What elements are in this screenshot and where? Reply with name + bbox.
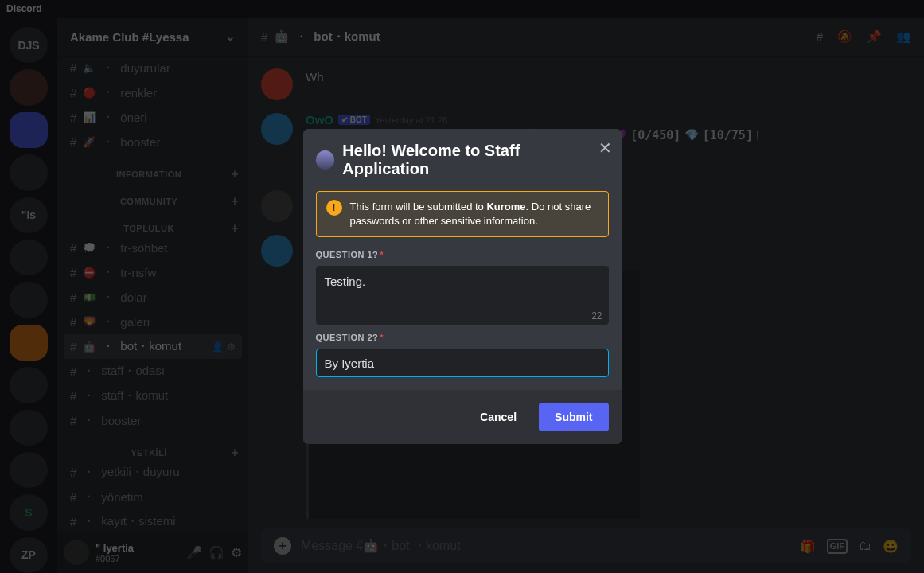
question-1-label: QUESTION 1?* xyxy=(316,250,609,259)
cancel-button[interactable]: Cancel xyxy=(464,403,532,431)
modal-avatar xyxy=(316,150,335,170)
warning-icon: ! xyxy=(326,200,342,216)
warning-notice: ! This form will be submitted to Kurome.… xyxy=(316,191,609,237)
staff-application-modal: Hello! Welcome to Staff Application ✕ ! … xyxy=(303,129,622,444)
submit-button[interactable]: Submit xyxy=(539,403,608,431)
question-2-label: QUESTION 2?* xyxy=(316,333,609,342)
modal-title: Hello! Welcome to Staff Application xyxy=(342,142,608,178)
char-counter: 22 xyxy=(316,310,602,322)
close-icon[interactable]: ✕ xyxy=(598,138,612,158)
question-2-input[interactable] xyxy=(316,349,609,377)
modal-overlay: Hello! Welcome to Staff Application ✕ ! … xyxy=(0,0,924,573)
